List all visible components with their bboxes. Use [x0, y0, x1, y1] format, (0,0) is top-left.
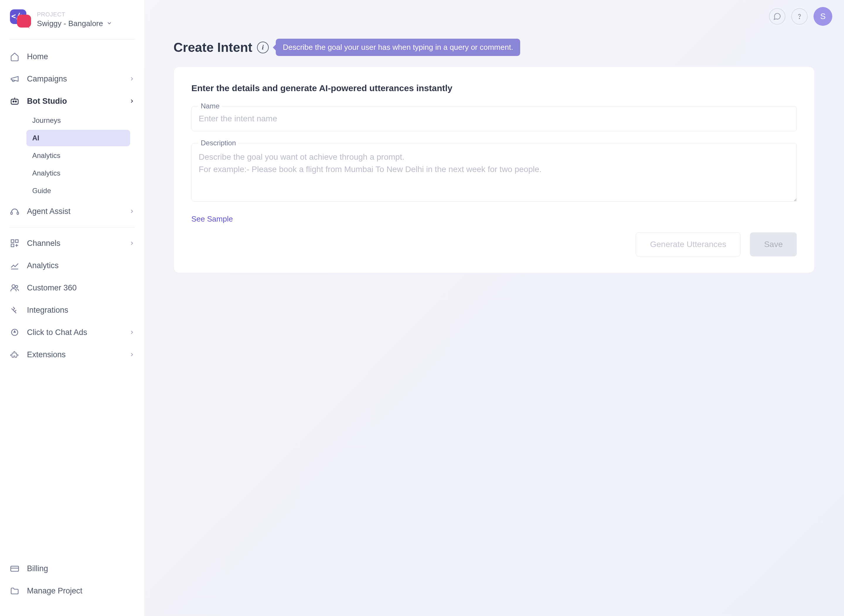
subnav-guide[interactable]: Guide	[26, 183, 130, 199]
nav-label: Extensions	[27, 350, 122, 359]
generate-utterances-button[interactable]: Generate Utterances	[636, 232, 741, 257]
nav-label: Billing	[27, 564, 135, 573]
headset-icon	[9, 206, 20, 217]
svg-rect-18	[11, 566, 19, 571]
name-label: Name	[198, 102, 222, 110]
avatar-initial: S	[820, 12, 826, 21]
subnav-journeys[interactable]: Journeys	[26, 112, 130, 129]
name-field-group: Name	[191, 106, 797, 131]
project-name: Swiggy - Bangalore	[37, 19, 103, 28]
nav-label: Home	[27, 52, 135, 61]
nav-extensions[interactable]: Extensions	[0, 343, 144, 366]
project-label: PROJECT	[37, 11, 135, 18]
nav-label: Integrations	[27, 306, 135, 315]
chevron-right-icon	[129, 352, 135, 358]
nav-analytics[interactable]: Analytics	[0, 254, 144, 277]
svg-rect-11	[11, 244, 14, 247]
navigation: Home Campaigns Bot Studio Journeys AI An…	[0, 40, 144, 608]
nav-channels[interactable]: Channels	[0, 232, 144, 254]
grid-icon	[9, 238, 20, 248]
bot-icon	[9, 96, 20, 106]
content-area: Create Intent i Describe the goal your u…	[144, 33, 844, 279]
chevron-right-icon	[129, 98, 135, 104]
chevron-down-icon	[106, 20, 112, 26]
svg-point-15	[12, 285, 15, 288]
nav-label: Click to Chat Ads	[27, 328, 122, 337]
sidebar-header: </> PROJECT Swiggy - Bangalore	[9, 8, 135, 40]
nav-billing[interactable]: Billing	[0, 557, 144, 580]
chart-icon	[9, 260, 20, 271]
chevron-right-icon	[129, 208, 135, 214]
svg-point-16	[16, 285, 18, 288]
description-label: Description	[198, 139, 238, 147]
nav-bot-studio[interactable]: Bot Studio	[0, 90, 144, 112]
plug-icon	[9, 305, 20, 315]
main-content: S Create Intent i Describe the goal your…	[144, 0, 844, 616]
app-logo: </>	[9, 8, 32, 31]
credit-card-icon	[9, 563, 20, 574]
subnav-analytics-2[interactable]: Analytics	[26, 165, 130, 181]
help-button[interactable]	[791, 8, 808, 25]
folder-icon	[9, 585, 20, 596]
nav-home[interactable]: Home	[0, 45, 144, 68]
svg-rect-9	[11, 240, 14, 242]
svg-point-20	[799, 18, 800, 19]
nav-customer-360[interactable]: Customer 360	[0, 277, 144, 299]
nav-manage-project[interactable]: Manage Project	[0, 580, 144, 602]
svg-point-5	[15, 101, 16, 102]
see-sample-link[interactable]: See Sample	[191, 214, 233, 224]
nav-agent-assist[interactable]: Agent Assist	[0, 200, 144, 223]
nav-label: Bot Studio	[27, 97, 122, 106]
svg-rect-3	[11, 99, 18, 104]
chevron-right-icon	[129, 329, 135, 335]
project-info: PROJECT Swiggy - Bangalore	[37, 11, 135, 28]
save-button[interactable]: Save	[750, 232, 797, 257]
nav-label: Analytics	[27, 261, 135, 270]
intent-name-input[interactable]	[191, 106, 797, 131]
subnav-analytics-1[interactable]: Analytics	[26, 147, 130, 164]
intent-description-input[interactable]	[191, 143, 797, 202]
users-icon	[9, 283, 20, 293]
svg-rect-2	[17, 15, 31, 28]
nav-campaigns[interactable]: Campaigns	[0, 68, 144, 90]
nav-label: Channels	[27, 239, 122, 248]
divider	[9, 227, 135, 227]
chat-bubble-icon	[773, 12, 781, 21]
nav-label: Customer 360	[27, 283, 135, 292]
button-row: Generate Utterances Save	[191, 232, 797, 257]
nav-label: Agent Assist	[27, 207, 122, 216]
nav-label: Manage Project	[27, 587, 135, 595]
page-title: Create Intent	[173, 40, 252, 55]
tooltip: Describe the goal your user has when typ…	[276, 39, 520, 56]
puzzle-icon	[9, 349, 20, 360]
form-card: Enter the details and generate AI-powere…	[173, 66, 815, 273]
card-heading: Enter the details and generate AI-powere…	[191, 83, 797, 93]
page-header: Create Intent i Describe the goal your u…	[173, 39, 815, 56]
question-icon	[796, 12, 804, 21]
cursor-click-icon	[9, 327, 20, 337]
chevron-right-icon	[129, 240, 135, 246]
svg-rect-10	[16, 240, 18, 242]
subnav-ai[interactable]: AI	[26, 130, 130, 146]
nav-bottom: Billing Manage Project	[0, 557, 144, 602]
sidebar: </> PROJECT Swiggy - Bangalore Home	[0, 0, 144, 616]
megaphone-icon	[9, 73, 20, 84]
nav-click-to-chat[interactable]: Click to Chat Ads	[0, 321, 144, 343]
svg-rect-8	[17, 212, 19, 214]
svg-rect-7	[11, 212, 12, 214]
chat-button[interactable]	[769, 8, 785, 25]
home-icon	[9, 51, 20, 62]
subnav-bot-studio: Journeys AI Analytics Analytics Guide	[0, 112, 144, 200]
user-avatar[interactable]: S	[813, 7, 832, 26]
nav-label: Campaigns	[27, 75, 122, 84]
description-field-group: Description	[191, 143, 797, 203]
chevron-right-icon	[129, 76, 135, 82]
project-selector[interactable]: Swiggy - Bangalore	[37, 18, 135, 28]
info-icon[interactable]: i	[257, 42, 269, 53]
svg-point-4	[13, 101, 14, 102]
nav-integrations[interactable]: Integrations	[0, 299, 144, 321]
topbar: S	[144, 0, 844, 33]
